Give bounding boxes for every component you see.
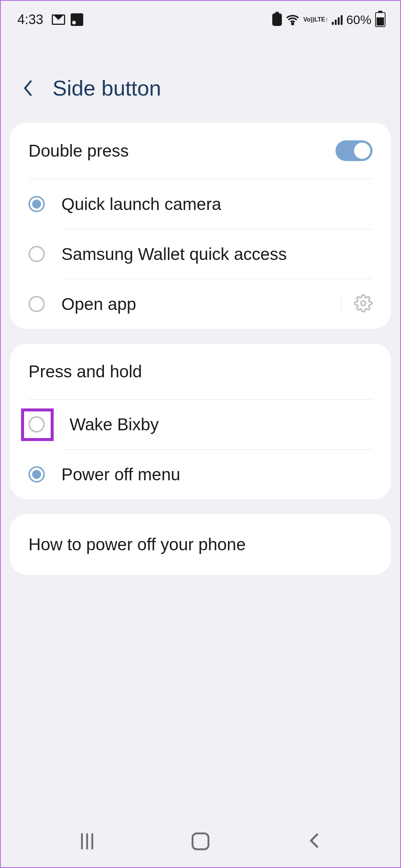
radio-label: Quick launch camera xyxy=(61,194,373,214)
radio-icon xyxy=(28,416,45,433)
gmail-icon xyxy=(52,14,65,25)
press-hold-header: Press and hold xyxy=(10,344,391,399)
how-to-power-off-row: How to power off your phone xyxy=(10,514,391,575)
status-right: Vo))LTE↑ 60% xyxy=(272,12,385,27)
nav-back-button[interactable] xyxy=(299,827,329,856)
nav-home-button[interactable] xyxy=(186,827,215,856)
double-press-header[interactable]: Double press xyxy=(10,123,391,179)
status-time: 4:33 xyxy=(17,12,43,27)
navigation-bar xyxy=(1,815,400,867)
svg-point-0 xyxy=(292,23,294,25)
radio-icon xyxy=(28,466,45,483)
press-hold-card: Press and hold Wake Bixby Power off menu xyxy=(10,344,391,499)
option-open-app[interactable]: Open app xyxy=(10,279,391,329)
home-icon xyxy=(192,832,209,850)
battery-icon xyxy=(375,12,385,27)
volte-icon: Vo))LTE↑ xyxy=(303,17,328,22)
option-power-off-menu[interactable]: Power off menu xyxy=(10,450,391,499)
radio-label: Power off menu xyxy=(61,464,373,484)
help-card[interactable]: How to power off your phone xyxy=(10,514,391,575)
double-press-title: Double press xyxy=(28,141,129,161)
back-icon xyxy=(307,832,321,850)
double-press-card: Double press Quick launch camera Samsung… xyxy=(10,123,391,329)
nav-recents-button[interactable] xyxy=(72,827,102,856)
back-button[interactable] xyxy=(19,79,38,97)
double-press-toggle[interactable] xyxy=(336,140,373,161)
signal-icon xyxy=(332,14,343,25)
option-samsung-wallet[interactable]: Samsung Wallet quick access xyxy=(10,229,391,279)
option-wake-bixby[interactable]: Wake Bixby xyxy=(10,400,391,449)
radio-label: Open app xyxy=(61,294,324,314)
open-app-settings-button[interactable] xyxy=(341,294,373,314)
page-title: Side button xyxy=(53,76,161,100)
radio-icon xyxy=(28,196,45,212)
help-label: How to power off your phone xyxy=(28,535,246,554)
battery-saver-icon xyxy=(272,13,282,26)
radio-label: Wake Bixby xyxy=(70,414,373,434)
radio-label: Samsung Wallet quick access xyxy=(61,244,373,264)
recents-icon xyxy=(81,833,93,849)
gear-icon xyxy=(354,294,373,314)
option-quick-launch-camera[interactable]: Quick launch camera xyxy=(10,179,391,229)
wifi-icon xyxy=(286,13,300,27)
status-left: 4:33 xyxy=(17,12,83,27)
press-hold-title: Press and hold xyxy=(28,361,142,381)
battery-percentage: 60% xyxy=(346,13,371,27)
gallery-icon xyxy=(71,13,83,26)
status-bar: 4:33 Vo))LTE↑ 60% xyxy=(1,1,400,39)
page-header: Side button xyxy=(1,39,400,123)
radio-icon xyxy=(28,296,45,312)
toggle-knob xyxy=(354,143,370,159)
radio-icon xyxy=(28,246,45,262)
